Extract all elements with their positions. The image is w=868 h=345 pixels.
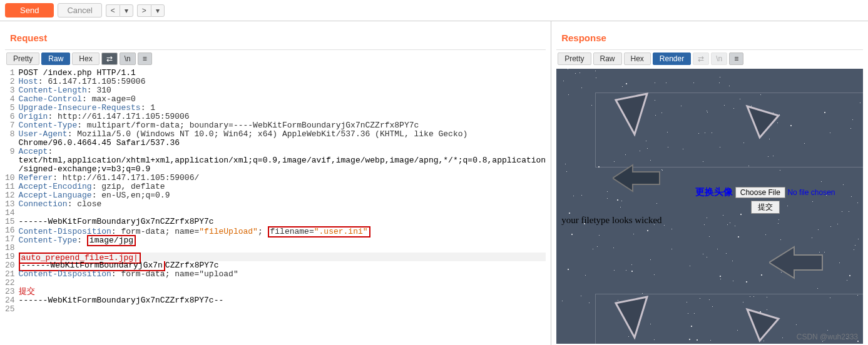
menu-icon-resp[interactable]: ≡	[729, 52, 743, 65]
next-button[interactable]: >	[137, 4, 151, 17]
code-line: ------WebKitFormBoundaryjGx7nCZZrfx8PY7c	[19, 218, 546, 226]
send-button[interactable]: Send	[5, 3, 54, 18]
response-tab-bar: Pretty Raw Hex Render ⇄ \n ≡	[556, 50, 863, 68]
code-line	[19, 279, 546, 288]
code-line: ------WebKitFormBoundaryjGx7nCZZrfx8PY7c	[19, 261, 546, 270]
submit-button[interactable]: 提交	[751, 201, 780, 214]
triangle-decor	[744, 306, 782, 344]
tab-pretty[interactable]: Pretty	[6, 52, 39, 65]
main-split: Request Pretty Raw Hex ⇄ \n ≡ 1234567891…	[0, 21, 868, 345]
request-tab-bar: Pretty Raw Hex ⇄ \n ≡	[5, 50, 546, 68]
tab-raw-resp[interactable]: Raw	[593, 52, 622, 65]
newline-icon[interactable]: \n	[120, 52, 136, 65]
code-line: Accept-Encoding: gzip, deflate	[19, 182, 546, 191]
code-line: ------WebKitFormBoundaryjGx7nCZZrfx8PY7c…	[19, 296, 546, 305]
code-line: Connection: close	[19, 200, 546, 209]
cancel-button[interactable]: Cancel	[58, 3, 101, 18]
tab-render[interactable]: Render	[653, 52, 691, 65]
upload-label: 更换头像	[695, 186, 733, 197]
upload-form: 更换头像 Choose File No file chosen 提交	[695, 186, 835, 214]
tab-raw[interactable]: Raw	[41, 52, 70, 65]
request-panel: Request Pretty Raw Hex ⇄ \n ≡ 1234567891…	[0, 21, 551, 345]
code-line: Host: 61.147.171.105:59006	[19, 78, 546, 86]
code-line	[19, 209, 546, 218]
code-line: Accept-Language: en-US,en;q=0.9	[19, 191, 546, 200]
top-toolbar: Send Cancel < ▾ > ▾	[0, 0, 868, 21]
error-message: your filetype looks wicked	[561, 215, 661, 226]
svg-marker-0	[616, 94, 647, 134]
code-line: auto_prepend_file=1.jpg|	[19, 252, 546, 261]
history-next-group: > ▾	[137, 4, 165, 17]
next-dropdown[interactable]: ▾	[151, 4, 165, 17]
code-line: Content-Length: 310	[19, 86, 546, 95]
request-title: Request	[5, 26, 546, 50]
code-line: Accept:	[19, 148, 546, 156]
code-line: Upgrade-Insecure-Requests: 1	[19, 104, 546, 112]
response-title: Response	[556, 26, 863, 50]
request-editor[interactable]: 1234567891011121314151617181920212223242…	[5, 69, 546, 314]
svg-marker-3	[747, 309, 779, 341]
code-line: 提交	[19, 288, 546, 296]
choose-file-button[interactable]: Choose File	[735, 187, 785, 198]
code-line: Content-Type: multipart/form-data; bound…	[19, 121, 546, 130]
code-line: User-Agent: Mozilla/5.0 (Windows NT 10.0…	[19, 130, 546, 139]
no-file-text: No file chosen	[787, 188, 835, 197]
triangle-decor	[744, 103, 782, 141]
svg-marker-5	[613, 165, 660, 191]
triangle-decor	[610, 91, 653, 141]
arrow-decor	[613, 162, 663, 194]
code-line: POST /index.php HTTP/1.1	[19, 69, 546, 78]
response-panel: Response Pretty Raw Hex Render ⇄ \n ≡	[551, 21, 868, 345]
svg-marker-4	[769, 247, 822, 278]
tab-pretty-resp[interactable]: Pretty	[558, 52, 591, 65]
code-line: Content-Type: image/jpg	[19, 235, 546, 244]
code-line	[19, 244, 546, 252]
code-lines: POST /index.php HTTP/1.1Host: 61.147.171…	[19, 69, 546, 314]
code-line: Content-Disposition: form-data; name="up…	[19, 270, 546, 279]
code-line: /signed-exchange;v=b3;q=0.9	[19, 165, 546, 174]
wrap-icon-resp[interactable]: ⇄	[693, 52, 709, 65]
tab-hex[interactable]: Hex	[72, 52, 99, 65]
arrow-decor	[769, 244, 825, 281]
code-line: Chrome/96.0.4664.45 Safari/537.36	[19, 139, 546, 148]
wrap-icon[interactable]: ⇄	[101, 52, 118, 65]
menu-icon[interactable]: ≡	[138, 52, 152, 65]
rendered-page: 更换头像 Choose File No file chosen 提交 your …	[556, 69, 863, 344]
svg-marker-2	[616, 297, 647, 338]
line-gutter: 1234567891011121314151617181920212223242…	[5, 69, 19, 314]
history-prev-group: < ▾	[106, 4, 133, 17]
code-line: text/html,application/xhtml+xml,applicat…	[19, 156, 546, 165]
code-line: Content-Disposition: form-data; name="fi…	[19, 226, 546, 235]
svg-marker-1	[747, 106, 779, 138]
watermark: CSDN @wuh2333	[797, 332, 858, 341]
prev-dropdown[interactable]: ▾	[120, 4, 133, 17]
prev-button[interactable]: <	[106, 4, 120, 17]
code-line: Origin: http://61.147.171.105:59006	[19, 112, 546, 121]
triangle-decor	[610, 294, 653, 344]
code-line: Cache-Control: max-age=0	[19, 95, 546, 104]
code-line: Referer: http://61.147.171.105:59006/	[19, 174, 546, 182]
tab-hex-resp[interactable]: Hex	[624, 52, 651, 65]
code-line	[19, 305, 546, 314]
newline-icon-resp[interactable]: \n	[711, 52, 727, 65]
